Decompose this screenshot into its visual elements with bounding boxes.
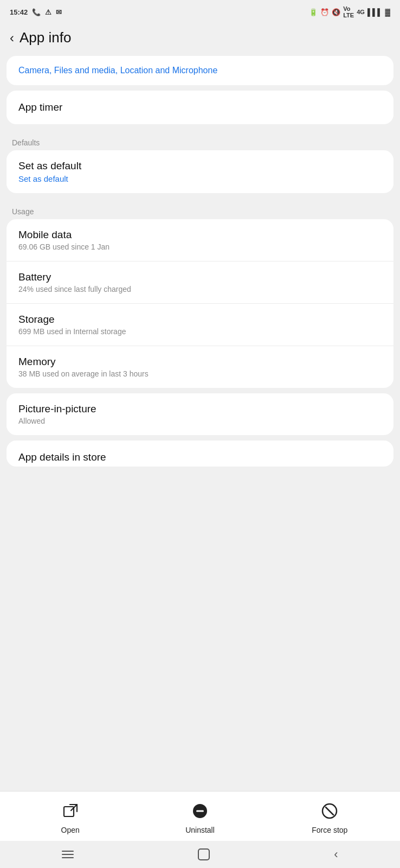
back-nav-button[interactable]: ‹ <box>318 843 354 866</box>
home-button[interactable] <box>182 844 226 865</box>
battery-title: Battery <box>18 271 382 283</box>
page-title: App info <box>20 29 71 46</box>
navigation-bar: ‹ <box>0 841 400 868</box>
battery-row[interactable]: Battery 24% used since last fully charge… <box>7 261 393 304</box>
mute-icon: 🔇 <box>332 8 340 16</box>
pip-card[interactable]: Picture-in-picture Allowed <box>7 393 393 435</box>
storage-subtitle: 699 MB used in Internal storage <box>18 327 382 336</box>
pip-row[interactable]: Picture-in-picture Allowed <box>7 393 393 435</box>
app-info-header: ‹ App info <box>0 22 400 56</box>
usage-card: Mobile data 69.06 GB used since 1 Jan Ba… <box>7 219 393 388</box>
home-icon <box>198 848 210 860</box>
status-time: 15:42 <box>10 8 28 16</box>
storage-row[interactable]: Storage 699 MB used in Internal storage <box>7 304 393 346</box>
uninstall-icon-svg <box>192 803 208 819</box>
back-nav-icon: ‹ <box>334 847 338 861</box>
uninstall-label: Uninstall <box>185 826 215 834</box>
recents-button[interactable] <box>46 846 90 863</box>
set-default-subtitle[interactable]: Set as default <box>18 174 382 183</box>
app-details-title: App details in store <box>18 451 382 463</box>
usage-section-header: Usage <box>0 199 400 219</box>
status-bar: 15:42 📞 ⚠ ✉ 🔋 ⏰ 🔇 VoLTE 4G ▌▌▌ ▓ <box>0 0 400 22</box>
recents-icon <box>62 851 74 858</box>
permissions-card[interactable]: Camera, Files and media, Location and Mi… <box>7 56 393 85</box>
pip-subtitle: Allowed <box>18 417 382 425</box>
mobile-data-row[interactable]: Mobile data 69.06 GB used since 1 Jan <box>7 219 393 261</box>
force-stop-label: Force stop <box>312 826 347 834</box>
uninstall-icon <box>189 800 211 822</box>
open-icon <box>60 800 81 822</box>
bottom-action-bar: Open Uninstall Force stop <box>0 791 400 841</box>
memory-subtitle: 38 MB used on average in last 3 hours <box>18 369 382 378</box>
set-default-row[interactable]: Set as default Set as default <box>7 150 393 193</box>
set-default-title: Set as default <box>18 160 382 172</box>
4g-icon: 4G <box>357 9 365 15</box>
svg-rect-2 <box>196 810 204 812</box>
app-timer-label: App timer <box>18 101 62 113</box>
battery-subtitle: 24% used since last fully charged <box>18 285 382 293</box>
app-details-card[interactable]: App details in store <box>7 441 393 467</box>
force-stop-icon-svg <box>321 803 338 819</box>
alert-icon: ⚠ <box>45 8 51 16</box>
back-button[interactable]: ‹ <box>10 30 14 46</box>
svg-line-4 <box>326 807 333 815</box>
status-right: 🔋 ⏰ 🔇 VoLTE 4G ▌▌▌ ▓ <box>309 5 390 18</box>
set-default-card[interactable]: Set as default Set as default <box>7 150 393 193</box>
open-icon-svg <box>62 803 79 819</box>
battery-icon: ▓ <box>385 8 390 16</box>
app-timer-row[interactable]: App timer <box>7 91 393 124</box>
app-details-row[interactable]: App details in store <box>7 441 393 467</box>
open-button[interactable]: Open <box>5 800 135 834</box>
force-stop-icon <box>319 800 340 822</box>
volte-icon: VoLTE <box>343 5 354 18</box>
memory-title: Memory <box>18 356 382 368</box>
permissions-text[interactable]: Camera, Files and media, Location and Mi… <box>18 66 217 75</box>
storage-title: Storage <box>18 314 382 326</box>
pip-title: Picture-in-picture <box>18 403 382 415</box>
battery-saver-icon: 🔋 <box>309 8 318 16</box>
uninstall-button[interactable]: Uninstall <box>135 800 264 834</box>
mobile-data-title: Mobile data <box>18 229 382 241</box>
permissions-row[interactable]: Camera, Files and media, Location and Mi… <box>7 56 393 85</box>
signal-icon: ▌▌▌ <box>367 8 383 16</box>
app-timer-card[interactable]: App timer <box>7 91 393 124</box>
alarm-icon: ⏰ <box>320 8 329 16</box>
status-left: 15:42 📞 ⚠ ✉ <box>10 8 62 16</box>
memory-row[interactable]: Memory 38 MB used on average in last 3 h… <box>7 346 393 388</box>
voicemail-icon: ✉ <box>56 8 62 16</box>
defaults-section-header: Defaults <box>0 130 400 150</box>
mobile-data-subtitle: 69.06 GB used since 1 Jan <box>18 242 382 251</box>
force-stop-button[interactable]: Force stop <box>265 800 395 834</box>
svg-rect-0 <box>64 807 74 816</box>
phone-icon: 📞 <box>32 8 41 16</box>
open-label: Open <box>61 826 80 834</box>
